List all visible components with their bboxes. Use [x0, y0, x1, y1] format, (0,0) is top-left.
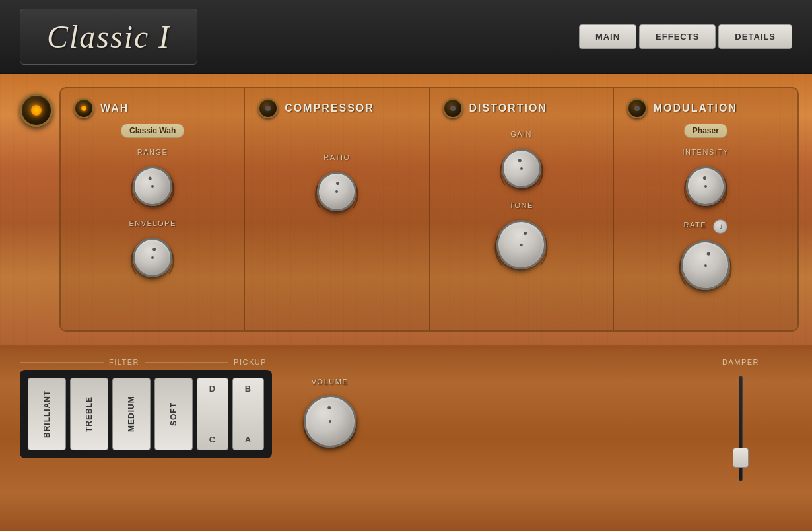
distortion-title: DISTORTION [469, 102, 547, 114]
damper-track [739, 376, 743, 481]
modulation-rate-container: RATE ♩ [674, 219, 737, 297]
filter-right-line [145, 362, 228, 363]
compressor-ratio-label: RATIO [323, 153, 350, 161]
compressor-header: COMPRESSOR [258, 98, 415, 118]
distortion-gain-container: GAIN [495, 130, 548, 195]
nav-details-button[interactable]: DETAILS [718, 24, 792, 49]
compressor-ratio-knob-wrap [310, 165, 363, 218]
modulation-title: MODULATION [654, 102, 737, 114]
wah-range-knob-wrap [126, 160, 179, 213]
filter-label-text: FILTER [104, 358, 145, 366]
distortion-tone-label: TONE [509, 201, 533, 209]
modulation-power-button[interactable] [627, 98, 647, 118]
filter-pickup-label-row: FILTER PICKUP [20, 358, 272, 366]
app-title: Classic I [47, 19, 170, 54]
wah-envelope-container: ENVELOPE [126, 219, 179, 284]
damper-thumb[interactable] [733, 448, 749, 468]
damper-label: DAMPER [722, 358, 759, 366]
wah-section: WAH Classic Wah RANGE ENVELOPE [61, 88, 245, 330]
distortion-tone-knob-wrap [490, 213, 553, 276]
damper-section: DAMPER [722, 358, 759, 481]
wah-envelope-label: ENVELOPE [129, 219, 176, 227]
title-box: Classic I [20, 9, 197, 65]
distortion-header: DISTORTION [443, 98, 600, 118]
nav-main-button[interactable]: MAIN [579, 24, 636, 49]
distortion-power-button[interactable] [443, 98, 463, 118]
modulation-rate-label-row: RATE ♩ [684, 219, 728, 234]
compressor-ratio-container: RATIO [310, 153, 363, 218]
pickup-dc-bottom: C [209, 435, 216, 444]
pickup-label-text: PICKUP [228, 358, 272, 366]
wah-header: WAH [74, 98, 231, 118]
wah-title: WAH [100, 102, 129, 114]
distortion-tone-container: TONE [490, 201, 553, 276]
distortion-gain-label: GAIN [510, 130, 532, 138]
volume-knob-wrap [298, 390, 361, 452]
pickup-dc-top: D [209, 384, 216, 394]
distortion-gain-knob-wrap [495, 142, 548, 195]
compressor-power-button[interactable] [258, 98, 278, 118]
modulation-intensity-label: INTENSITY [682, 148, 729, 156]
pickup-dc-button[interactable]: D C [197, 378, 228, 450]
modulation-rate-label: RATE [684, 221, 707, 229]
filter-pickup-section: FILTER PICKUP BRILLIANT TREBLE MEDIUM SO… [20, 358, 272, 458]
modulation-sync-icon[interactable]: ♩ [713, 219, 727, 234]
volume-section: VOLUME [298, 378, 361, 452]
filter-treble-button[interactable]: TREBLE [70, 378, 108, 450]
modulation-rate-knob-wrap [674, 234, 737, 297]
nav-buttons: MAIN EFFECTS DETAILS [579, 24, 792, 49]
modulation-intensity-knob-wrap [679, 160, 732, 213]
wah-range-label: RANGE [137, 148, 168, 156]
wah-envelope-knob-wrap [126, 231, 179, 284]
filter-left-line [20, 362, 104, 363]
nav-effects-button[interactable]: EFFECTS [639, 24, 716, 49]
pickup-ba-top: B [245, 384, 252, 394]
wah-preset-label[interactable]: Classic Wah [121, 124, 184, 138]
filter-medium-button[interactable]: MEDIUM [112, 378, 151, 450]
modulation-preset-label[interactable]: Phaser [684, 124, 727, 138]
pickup-ba-button[interactable]: B A [232, 378, 264, 450]
main-effects-area: WAH Classic Wah RANGE ENVELOPE [0, 74, 812, 345]
modulation-intensity-container: INTENSITY [679, 148, 732, 213]
global-power-button[interactable] [20, 94, 53, 127]
filter-soft-button[interactable]: SOFT [154, 378, 193, 450]
wah-power-button[interactable] [74, 98, 94, 118]
filter-brilliant-button[interactable]: BRILLIANT [28, 378, 66, 450]
wah-range-container: RANGE [126, 148, 179, 213]
bottom-area: FILTER PICKUP BRILLIANT TREBLE MEDIUM SO… [0, 345, 812, 531]
volume-label: VOLUME [312, 378, 348, 386]
modulation-section: MODULATION Phaser INTENSITY RATE [614, 88, 797, 330]
global-power-container [20, 94, 53, 127]
effects-panel: WAH Classic Wah RANGE ENVELOPE [59, 87, 799, 332]
distortion-section: DISTORTION GAIN TONE [430, 88, 614, 330]
compressor-section: COMPRESSOR RATIO [245, 88, 429, 330]
modulation-header: MODULATION [627, 98, 784, 118]
buttons-panel: BRILLIANT TREBLE MEDIUM SOFT D C B A [20, 370, 272, 458]
pickup-ba-bottom: A [245, 435, 252, 444]
header: Classic I MAIN EFFECTS DETAILS [0, 0, 812, 74]
compressor-title: COMPRESSOR [285, 102, 374, 114]
